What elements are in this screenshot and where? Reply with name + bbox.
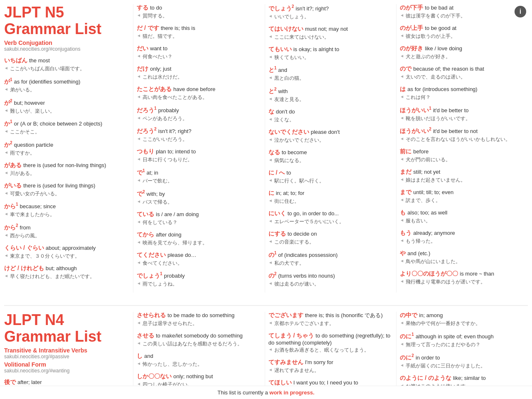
n5-col4: のが下手to be bad at彼は漢字を書くのが下手。のが上手to be go… (396, 4, 528, 293)
grammar-item: てしまう / ちゃうto do something (regretfully);… (268, 332, 393, 354)
grammar-example: ペンがあるだろう。 (137, 115, 261, 122)
grammar-example: 質問する。 (137, 12, 261, 20)
grammar-term: か2 (4, 141, 12, 148)
section-divider (4, 305, 528, 306)
grammar-example: 雨でしょうね。 (137, 281, 261, 288)
grammar-item: にするto decide onこの音楽にする。 (268, 230, 393, 246)
page-wrapper: JLPT N5 Grammar List Verb Conjugation sa… (0, 0, 532, 399)
grammar-definition: in; at; to; for (276, 190, 305, 196)
grammar-term: 前に (400, 148, 411, 155)
grammar-definition: there is; this is (161, 25, 195, 31)
grammar-term: てから (137, 231, 154, 238)
grammar-item: と1and黒と白の猫。 (268, 66, 393, 82)
grammar-item: だろう2isn't it?; right?ここがいいだろう。 (137, 127, 261, 143)
grammar-term: つもり (137, 148, 154, 155)
grammar-item: がいるthere is (used for living things)可愛い女… (4, 182, 130, 197)
grammar-definition: want to (150, 45, 167, 52)
grammar-term: から1 (4, 203, 18, 209)
grammar-example: 私の犬です。 (268, 260, 393, 267)
n4-volitional-link[interactable]: Volitional Form sakubi.neocities.org/#wa… (4, 361, 130, 374)
grammar-definition: the most (29, 57, 50, 64)
grammar-superscript: 2 (154, 127, 157, 132)
grammar-definition: as for (identifies something) (14, 79, 81, 85)
grammar-definition: it'd be better to not (433, 128, 478, 134)
grammar-term: の中で (400, 312, 417, 318)
grammar-term: や (400, 250, 406, 256)
grammar-definition: about; approximately (46, 245, 96, 251)
grammar-example: 彼女は歌うのが上手。 (400, 33, 525, 40)
grammar-term: てしまう / ちゃう (268, 332, 314, 339)
grammar-item: てもいいis okay; is alright to狭くてもいい。 (268, 46, 393, 61)
n5-title: JLPT N5 Grammar List (4, 4, 130, 37)
grammar-term: もう (400, 229, 411, 236)
grammar-definition: question particle (14, 142, 54, 148)
grammar-example: ここがいちばん面白い場面です。 (4, 65, 130, 72)
grammar-item: のが上手to be good at彼女は歌うのが上手。 (400, 25, 525, 40)
grammar-item: までuntil; till; to; even訳まで、歩く。 (400, 189, 525, 204)
grammar-term: だろう2 (137, 128, 157, 134)
grammar-example: 可愛い女の子がいる。 (4, 190, 130, 197)
grammar-definition: although in spite of; even though (416, 333, 494, 340)
grammar-item: させるto make/let somebody do somethingこの美し… (137, 332, 261, 347)
grammar-superscript: 1 (154, 106, 157, 111)
grammar-term: のが好き (400, 45, 423, 52)
grammar-example: 手紙が届くのに三日かかりました。 (400, 362, 525, 369)
grammar-term: ので (400, 65, 411, 72)
grammar-term: に (268, 190, 274, 196)
grammar-item: だ / ですthere is; this is猫だ。猫です。 (137, 25, 261, 40)
grammar-definition: to decide on (288, 231, 317, 237)
grammar-definition: probably (164, 273, 185, 279)
grammar-item: の2(turns verbs into nouns)彼は走るのが速い。 (268, 272, 393, 288)
grammar-definition: as for (introduces something) (407, 86, 477, 92)
grammar-superscript: 2 (16, 223, 18, 228)
grammar-example: 無理って言ったのにまだやるの？ (400, 341, 525, 348)
grammar-item: のが下手to be bad at彼は漢字を書くのが下手。 (400, 4, 525, 20)
info-icon-button[interactable]: i (515, 6, 526, 17)
n5-grammar-col4: のが下手to be bad at彼は漢字を書くのが下手。のが上手to be go… (400, 4, 525, 286)
grammar-item: で2with; byバスで帰る。 (137, 190, 261, 206)
grammar-item: のでbecause of; the reason is that太いので、走るの… (400, 65, 525, 81)
grammar-superscript: 1 (274, 251, 277, 255)
grammar-term: だけ (137, 65, 148, 72)
grammar-example: 京都ホテルでございます。 (268, 320, 393, 327)
grammar-term: でしょう1 (137, 272, 163, 279)
grammar-term: が2 (4, 99, 12, 106)
grammar-example: お酒を飲み過ぎると、眠くなってしまう。 (268, 347, 393, 354)
grammar-definition: from (20, 224, 31, 231)
n4-sidebar-links: Transitive & Intransitive Verbs sakubi.n… (4, 347, 130, 374)
grammar-term: と2 (268, 88, 277, 94)
grammar-example: 日本に行くつもりだ。 (137, 156, 261, 163)
grammar-item: だけonly; justこれは水だけだ。 (137, 65, 261, 81)
work-in-progress-link[interactable]: work in progress. (269, 389, 314, 396)
grammar-definition: to (286, 170, 291, 176)
grammar-term: まで (400, 189, 411, 195)
grammar-term: だ / です (137, 25, 159, 31)
n5-grammar-col3: でしょう2isn't it?; right?いいでしょう。てはいけないmust … (268, 4, 393, 288)
grammar-definition: in; among (419, 312, 443, 318)
grammar-example: 駅に行く。駅へ行く。 (268, 177, 393, 185)
n4-transitive-link[interactable]: Transitive & Intransitive Verbs sakubi.n… (4, 347, 130, 360)
grammar-definition: (turns verbs into nouns) (278, 273, 335, 279)
grammar-definition: but; although (46, 265, 77, 271)
grammar-term: ほうがいい1 (400, 107, 431, 113)
grammar-definition: with; by (147, 191, 165, 197)
grammar-term: がある (4, 162, 22, 168)
grammar-definition: must not; may not (305, 26, 348, 32)
grammar-item: に / へto駅に行く。駅へ行く。 (268, 169, 393, 185)
grammar-term: たことがある (137, 86, 172, 92)
grammar-example: この音楽にする。 (268, 239, 393, 246)
grammar-definition: and (144, 353, 153, 359)
grammar-definition: because of; the reason is that (413, 66, 484, 72)
grammar-definition: have done before (173, 86, 215, 92)
grammar-definition: isn't it?; right? (296, 5, 329, 12)
grammar-item: くらい / ぐらいabout; approximately東京まで、３０分くらい… (4, 244, 130, 260)
grammar-definition: because; since (20, 203, 56, 209)
n5-conjugation-link[interactable]: Verb Conjugation sakubi.neocities.org/#c… (4, 39, 130, 52)
grammar-definition: to make/let somebody do something (156, 332, 243, 339)
grammar-definition: there is (used for living things) (23, 182, 95, 189)
grammar-definition: only; just (150, 66, 171, 72)
grammar-term: のに2 (400, 354, 414, 361)
grammar-example: これは水だけだ。 (137, 74, 261, 81)
grammar-example: いいでしょう。 (268, 13, 393, 20)
grammar-item: 前にbefore犬が門の前にいる。 (400, 148, 525, 163)
